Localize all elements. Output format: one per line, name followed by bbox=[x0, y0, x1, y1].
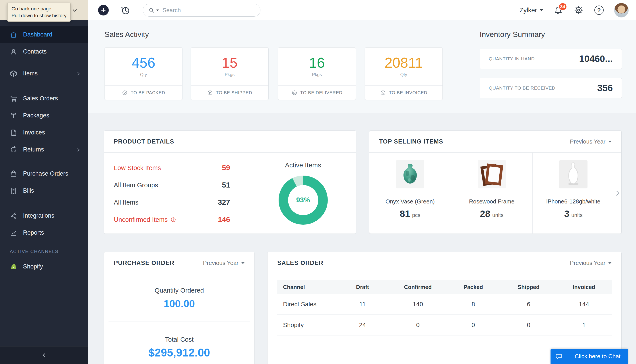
column-header: Packed bbox=[446, 284, 501, 290]
quantity-in-hand-label: QUANTITY IN HAND bbox=[489, 56, 535, 62]
sidebar-item-sales-orders[interactable]: Sales Orders bbox=[0, 90, 88, 107]
help-button[interactable]: ? bbox=[594, 5, 604, 16]
sales-activity-title: Sales Activity bbox=[105, 30, 149, 39]
all-item-groups-row[interactable]: All Item Groups 51 bbox=[114, 176, 230, 194]
invoice-circle-icon bbox=[380, 90, 386, 96]
total-cost-value[interactable]: $295,912.00 bbox=[104, 346, 255, 359]
sidebar-item-label: Integrations bbox=[23, 212, 54, 219]
sidebar-item-bills[interactable]: Bills bbox=[0, 182, 88, 199]
sidebar-item-label: Contacts bbox=[23, 48, 47, 55]
all-items-label: All Items bbox=[114, 199, 138, 206]
smiley-circle-icon bbox=[291, 90, 297, 96]
sales-order-filter[interactable]: Previous Year bbox=[570, 260, 612, 266]
chevron-down-icon[interactable] bbox=[71, 7, 78, 14]
inventory-summary-panel: Inventory Summary QUANTITY IN HAND 10460… bbox=[462, 20, 636, 113]
low-stock-items-row[interactable]: Low Stock Items 59 bbox=[114, 159, 230, 176]
sidebar-item-items[interactable]: Items bbox=[0, 65, 88, 82]
receipt-icon bbox=[10, 187, 17, 194]
bag-icon bbox=[10, 170, 17, 178]
purchase-order-card: PURCHASE ORDER Previous Year Quantity Or… bbox=[104, 252, 255, 364]
to-be-shipped-card[interactable]: 15 Pkgs TO BE SHIPPED bbox=[191, 47, 269, 100]
to-be-invoiced-card[interactable]: 20811 Qty TO BE INVOICED bbox=[365, 47, 443, 100]
search-input[interactable] bbox=[162, 7, 255, 14]
column-header: Channel bbox=[277, 284, 335, 290]
chart-icon bbox=[10, 229, 17, 236]
to-be-packed-card[interactable]: 456 Qty TO BE PACKED bbox=[105, 47, 182, 100]
chevron-down-icon bbox=[540, 9, 543, 11]
all-items-row[interactable]: All Items 327 bbox=[114, 194, 230, 211]
top-selling-item[interactable]: Onyx Vase (Green) 81 pcs bbox=[369, 152, 451, 234]
quantity-to-be-received-row[interactable]: QUANTITY TO BE RECEIVED 356 bbox=[480, 78, 622, 98]
chevron-down-icon bbox=[241, 262, 245, 264]
sidebar-item-packages[interactable]: Packages bbox=[0, 107, 88, 124]
org-switcher[interactable]: Zylker bbox=[520, 7, 543, 14]
global-search[interactable] bbox=[143, 4, 260, 16]
to-be-delivered-card[interactable]: 16 Pkgs TO BE DELIVERED bbox=[278, 47, 356, 100]
settings-button[interactable] bbox=[573, 5, 584, 16]
search-scope-caret-icon[interactable] bbox=[156, 10, 159, 11]
sidebar-item-integrations[interactable]: Integrations bbox=[0, 207, 88, 224]
user-avatar[interactable] bbox=[614, 3, 629, 18]
table-row[interactable]: Shopify 24 0 0 0 1 bbox=[277, 315, 612, 336]
sidebar-item-reports[interactable]: Reports bbox=[0, 224, 88, 241]
purchase-order-filter[interactable]: Previous Year bbox=[203, 260, 245, 266]
notification-badge: 34 bbox=[558, 3, 567, 10]
top-selling-items-title: TOP SELLING ITEMS bbox=[379, 138, 443, 145]
sidebar-item-invoices[interactable]: Invoices bbox=[0, 124, 88, 141]
integrations-nodes-icon bbox=[10, 212, 17, 220]
unconfirmed-items-row[interactable]: Unconfirmed Items 146 bbox=[114, 211, 230, 228]
sidebar-item-dashboard[interactable]: Dashboard bbox=[0, 26, 88, 43]
total-cost-label: Total Cost bbox=[104, 336, 255, 343]
top-selling-item[interactable]: iPhone6-128gb/white 3 units bbox=[533, 152, 614, 234]
to-be-packed-label: TO BE PACKED bbox=[131, 90, 165, 95]
quantity-ordered-label: Quantity Ordered bbox=[104, 287, 255, 294]
help-icon: ? bbox=[594, 6, 604, 15]
recent-history-button[interactable] bbox=[120, 5, 130, 16]
sidebar-nav: Dashboard Contacts Items Sales Orders Pa… bbox=[0, 20, 88, 364]
sales-order-card: SALES ORDER Previous Year Channel Draft … bbox=[267, 252, 621, 364]
top-selling-item[interactable]: Rosewood Frame 28 units bbox=[451, 152, 533, 234]
person-icon bbox=[10, 48, 17, 56]
all-item-groups-value: 51 bbox=[222, 181, 230, 189]
to-be-invoiced-value: 20811 bbox=[384, 56, 423, 70]
chat-button[interactable]: Click here to Chat bbox=[550, 349, 628, 364]
sidebar-item-purchase-orders[interactable]: Purchase Orders bbox=[0, 165, 88, 182]
sales-order-table: Channel Draft Confirmed Packed Shipped I… bbox=[277, 280, 612, 336]
low-stock-items-label: Low Stock Items bbox=[114, 164, 161, 172]
quantity-in-hand-row[interactable]: QUANTITY IN HAND 10460... bbox=[480, 49, 622, 69]
table-row[interactable]: Direct Sales 11 140 8 6 144 bbox=[277, 294, 612, 315]
quantity-to-be-received-value: 356 bbox=[597, 83, 613, 93]
to-be-packed-unit: Qty bbox=[140, 72, 147, 77]
top-selling-filter[interactable]: Previous Year bbox=[570, 138, 612, 145]
history-clock-icon bbox=[121, 6, 130, 15]
home-icon bbox=[10, 31, 17, 38]
product-name: Onyx Vase (Green) bbox=[385, 198, 435, 205]
product-details-title: PRODUCT DETAILS bbox=[114, 138, 174, 145]
quick-create-button[interactable] bbox=[98, 5, 109, 16]
product-details-card: PRODUCT DETAILS Low Stock Items 59 All I… bbox=[104, 130, 356, 234]
chat-bubble-icon bbox=[550, 353, 567, 360]
sidebar-item-returns[interactable]: Returns bbox=[0, 141, 88, 158]
all-item-groups-label: All Item Groups bbox=[114, 182, 158, 189]
sidebar-item-shopify[interactable]: Shopify bbox=[0, 258, 88, 275]
sidebar-collapse-button[interactable] bbox=[0, 346, 88, 364]
column-header: Shipped bbox=[501, 284, 556, 290]
carousel-next-button[interactable] bbox=[614, 152, 621, 234]
to-be-invoiced-unit: Qty bbox=[400, 72, 407, 77]
green-vase-image bbox=[396, 160, 424, 188]
quantity-ordered-value[interactable]: 100.00 bbox=[104, 298, 255, 310]
sidebar-item-contacts[interactable]: Contacts bbox=[0, 43, 88, 60]
product-name: Rosewood Frame bbox=[469, 198, 514, 205]
browser-back-tooltip: Go back one page Pull down to show histo… bbox=[7, 3, 71, 22]
active-items-donut[interactable]: 93% bbox=[279, 176, 328, 225]
product-unit: units bbox=[492, 212, 504, 218]
product-qty: 81 bbox=[400, 208, 410, 219]
ship-circle-icon bbox=[207, 90, 213, 96]
to-be-packed-value: 456 bbox=[132, 56, 155, 70]
column-header: Confirmed bbox=[390, 284, 446, 290]
chevron-left-icon bbox=[41, 352, 47, 358]
unconfirmed-items-label: Unconfirmed Items bbox=[114, 216, 176, 223]
quantity-in-hand-value: 10460... bbox=[579, 54, 613, 64]
info-icon[interactable] bbox=[170, 217, 176, 223]
notifications-button[interactable]: 34 bbox=[553, 5, 564, 16]
